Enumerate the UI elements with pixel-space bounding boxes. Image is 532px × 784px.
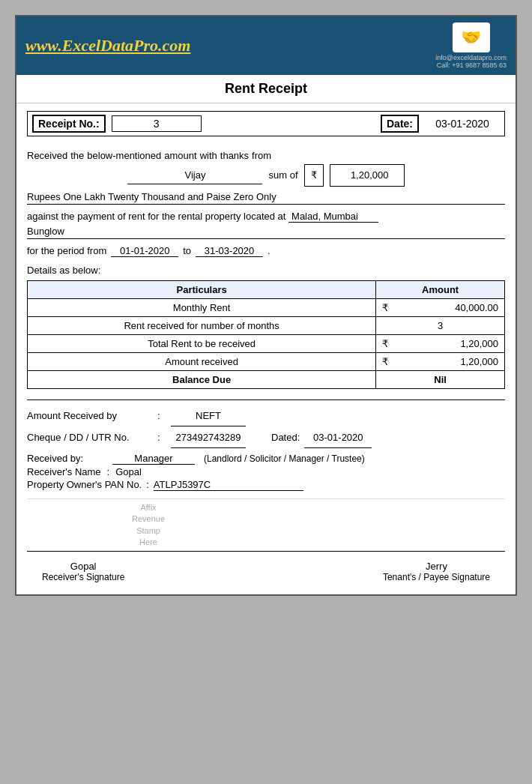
receiver-sig-name: Gopal [42,561,124,572]
receivers-name-row: Receiver's Name : Gopal [27,466,505,477]
tenant-sig-name: Jerry [383,561,490,572]
period-line: for the period from 01-01-2020 to 31-03-… [27,245,505,257]
words-line: Rupees One Lakh Twenty Thousand and Pais… [27,191,505,205]
cheque-row: Cheque / DD / UTR No. : 273492743289 Dat… [27,428,505,448]
particular-cell: Monthly Rent [28,298,376,316]
stamp-section: Affix Revenue Stamp Here [27,498,505,552]
thanks-text: thanks [220,147,249,164]
payer-name: Vijay [127,166,262,184]
table-row: Amount received₹1,20,000 [28,352,505,370]
receipt-title: Rent Receipt [16,75,516,103]
words-text: Rupees One Lakh Twenty Thousand and Pais… [27,191,276,202]
amount-inner: ₹1,20,000 [382,338,498,349]
table-row: Total Rent to be received₹1,20,000 [28,334,505,352]
rupee-sym: ₹ [382,302,388,313]
rupee-box: ₹ [304,164,324,186]
amount-inner: ₹40,000.00 [382,302,498,313]
amount-received-by-value: NEFT [171,406,246,426]
receipt-no-label: Receipt No.: [32,115,106,133]
property-type: Bunglow [27,226,64,237]
amount-word-text: amount [164,147,196,164]
stamp-text: Affix Revenue Stamp Here [132,502,165,549]
property-location: Malad, Mumbai [288,211,378,223]
cheque-value: 273492743289 [171,428,246,448]
the-text: the [70,147,84,164]
receivers-name-value: Gopal [115,466,142,477]
amount-cell: ₹1,20,000 [376,352,505,370]
property-line: against the payment of rent for the rent… [27,211,505,223]
amount-inner: ₹1,20,000 [382,356,498,367]
receipt-container: www.ExcelDataPro.com 🤝 info@exceldatapro… [15,15,517,596]
dated-section: Dated: 03-01-2020 [271,428,372,448]
dated-value: 03-01-2020 [304,428,372,448]
amount-cell: Nil [376,370,505,388]
details-table: Particulars Amount Monthly Rent₹40,000.0… [27,280,505,389]
pan-value: ATLPJ5397C [154,479,303,491]
details-label: Details as below: [27,265,505,276]
against-text: against the payment of rent for the rent… [27,211,285,222]
received-section: Received the below-mentioned amount with… [27,147,505,187]
period-dot: . [267,245,270,256]
website-text: www.ExcelDataPro.com [25,36,190,55]
period-to: 31-03-2020 [196,245,263,257]
pan-label: Property Owner's PAN No. [27,479,142,490]
amount-received-by-row: Amount Received by : NEFT [27,406,505,426]
rupee-sym: ₹ [382,356,388,367]
handshake-icon: 🤝 [453,22,490,52]
tenant-sig-block: Jerry Tenant's / Payee Signature [383,561,490,582]
receipt-no-section: Receipt No.: 3 [32,115,202,133]
stamp-line4: Here [139,537,157,546]
particular-cell: Balance Due [28,370,376,388]
stamp-line2: Revenue [132,514,165,523]
receivers-name-label: Receiver's Name [27,466,101,477]
receipt-body: Receipt No.: 3 Date: 03-01-2020 Received… [16,103,516,594]
header-logo: 🤝 info@exceldatapro.com Call: +91 9687 8… [435,22,507,69]
table-header-row: Particulars Amount [28,280,505,298]
amount-cell: ₹40,000.00 [376,298,505,316]
divider [27,399,505,400]
colon2: : [157,428,168,447]
amount-cell: ₹1,20,000 [376,334,505,352]
table-row: Monthly Rent₹40,000.00 [28,298,505,316]
received-by-row: Received by: Manager (Landlord / Solicit… [27,453,505,465]
with-text: with [200,147,217,164]
table-row: Rent received for number of months3 [28,316,505,334]
header-banner: www.ExcelDataPro.com 🤝 info@exceldatapro… [16,16,516,75]
date-value: 03-01-2020 [425,118,500,130]
contact-line1: info@exceldatapro.com [435,54,507,61]
dated-label: Dated: [271,428,300,447]
tenant-sig-label: Tenant's / Payee Signature [383,572,490,582]
contact-line2: Call: +91 9687 8585 63 [437,61,507,69]
sum-of-text: sum of [268,166,297,184]
bunglow-line: Bunglow [27,226,505,239]
landlord-note: (Landlord / Solicitor / Manager / Truste… [204,453,365,464]
cheque-label: Cheque / DD / UTR No. [27,428,154,447]
header-contact: info@exceldatapro.com Call: +91 9687 858… [435,54,507,69]
pan-colon: : [146,479,149,490]
receipt-no-value: 3 [112,115,202,132]
received-by-value: Manager [112,453,195,465]
period-text: for the period from [27,245,106,256]
pan-row: Property Owner's PAN No. : ATLPJ5397C [27,479,505,491]
amount-received-by-label: Amount Received by [27,406,154,426]
rupee-sym: ₹ [382,338,388,349]
particular-cell: Total Rent to be received [28,334,376,352]
amount-value: 1,20,000 [330,164,405,186]
signature-section: Gopal Receiver's Signature Jerry Tenant'… [27,556,505,587]
received-text: Received [27,147,67,164]
receiver-sig-label: Receiver's Signature [42,572,124,582]
receivers-name-colon: : [107,466,110,477]
rupee-symbol: ₹ [311,166,317,184]
stamp-line3: Stamp [136,526,160,535]
payment-section: Amount Received by : NEFT Cheque / DD / … [27,406,505,448]
period-from: 01-01-2020 [111,245,178,257]
col-amount: Amount [376,280,505,298]
receipt-number-row: Receipt No.: 3 Date: 03-01-2020 [27,111,505,136]
row-amount-value: 1,20,000 [460,356,498,367]
particular-cell: Amount received [28,352,376,370]
amount-cell: 3 [376,316,505,334]
receiver-sig-block: Gopal Receiver's Signature [42,561,124,582]
row-amount-value: 40,000.00 [455,302,498,313]
below-mentioned-text: below-mentioned [87,147,161,164]
stamp-line1: Affix [140,503,156,512]
